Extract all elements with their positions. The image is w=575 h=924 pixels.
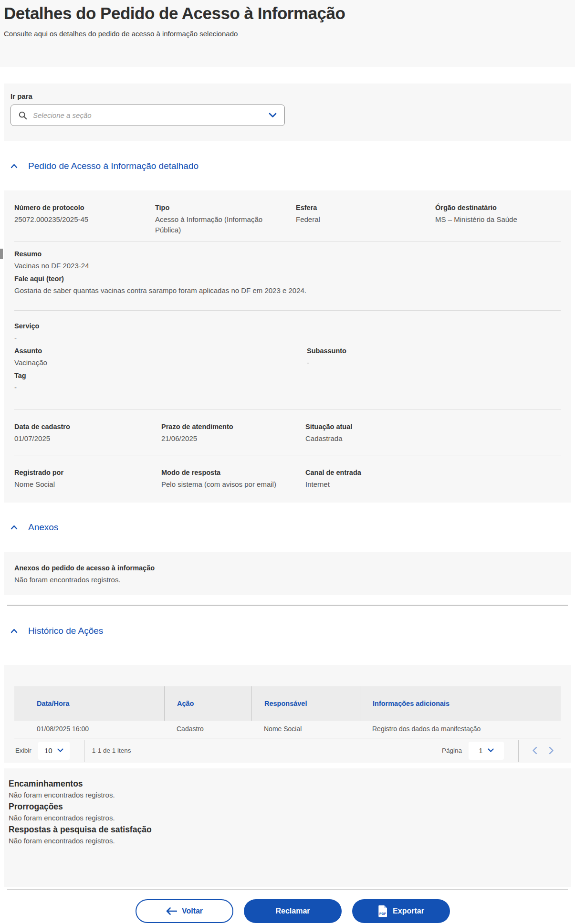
section-title-attachments: Anexos [28,522,58,533]
pdf-icon-label: PDF [379,912,387,915]
section-select-placeholder: Selecione a seção [33,111,269,119]
field-deadline: Prazo de atendimento 21/06/2025 [161,423,305,444]
field-service: Serviço - [14,322,561,343]
field-tag: Tag - [14,372,561,393]
search-icon [19,111,27,120]
cell-datetime: 01/08/2025 16:00 [14,721,164,738]
history-pagination: Exibir 10 1-1 de 1 itens Página 1 [14,738,561,763]
arrow-left-icon [166,907,177,915]
section-title-details: Pedido de Acesso à Informação detalhado [28,161,199,171]
left-edge-scroll-artifact [0,249,3,259]
chevron-left-icon [532,746,537,755]
field-status: Situação atual Cadastrada [305,423,561,444]
section-divider [7,605,568,606]
history-table-row: 01/08/2025 16:00 Cadastro Nome Social Re… [14,721,561,738]
export-button[interactable]: PDF Exportar [352,899,450,923]
complain-button-label: Reclamar [275,907,310,915]
chevron-up-icon [10,629,18,633]
chevron-up-icon [10,525,18,530]
section-title-history: Histórico de Ações [28,626,103,636]
back-button-label: Voltar [182,907,203,915]
page-header: Detalhes do Pedido de Acesso à Informaçã… [0,0,575,67]
field-response-mode: Modo de resposta Pelo sistema (com aviso… [161,469,305,490]
section-select[interactable]: Selecione a seção [10,105,285,126]
satisfaction-survey-title: Respostas à pesquisa de satisfação [9,825,561,835]
pagination-right: Página 1 [442,740,561,762]
details-row-1: Número de protocolo 25072.000235/2025-45… [14,190,561,241]
attachments-empty-message: Não foram encontrados registros. [14,575,561,585]
extras-panel: Encaminhamentos Não foram encontrados re… [4,768,571,887]
field-protocol: Número de protocolo 25072.000235/2025-45 [14,204,155,235]
next-page-button[interactable] [543,745,560,756]
page-subtitle: Consulte aqui os detalhes do pedido de a… [4,30,570,38]
details-row-5: Registrado por Nome Social Modo de respo… [14,455,561,503]
details-subrow-subject: Assunto Vacinação Subassunto - [14,347,561,368]
field-registration-date: Data de cadastro 01/07/2025 [14,423,161,444]
page-number-value: 1 [479,746,482,755]
attachments-label: Anexos do pedido de acesso à informação [14,564,561,572]
page-size-select[interactable]: 10 [38,742,70,760]
cell-action: Cadastro [164,721,251,738]
field-subject: Assunto Vacinação [14,347,307,368]
history-panel: Data/Hora Ação Responsável Informações a… [4,665,571,763]
details-panel: Número de protocolo 25072.000235/2025-45… [4,190,571,503]
field-destination-org: Órgão destinatário MS – Ministério da Sa… [435,204,561,235]
chevron-up-icon [10,164,18,168]
export-button-label: Exportar [393,907,424,915]
forwardings-empty-message: Não foram encontrados registros. [9,791,561,799]
field-content: Fale aqui (teor) Gostaria de saber quant… [14,275,561,296]
section-header-history[interactable]: Histórico de Ações [10,624,571,638]
attachments-panel: Anexos do pedido de acesso à informação … [4,552,571,595]
column-header-action[interactable]: Ação [164,686,251,721]
page-size-label: Exibir [15,747,31,754]
field-summary: Resumo Vacinas no DF 2023-24 [14,250,561,271]
field-sphere: Esfera Federal [296,204,435,235]
goto-panel: Ir para Selecione a seção [4,84,571,141]
satisfaction-survey-empty-message: Não foram encontrados registros. [9,837,561,845]
action-bar: Voltar Reclamar PDF Exportar [9,890,575,924]
chevron-down-icon [269,113,277,118]
field-type: Tipo Acesso à Informação (Informação Púb… [155,204,296,235]
page-label: Página [442,747,462,754]
chevron-right-icon [549,746,554,755]
previous-page-button[interactable] [526,745,543,756]
field-registered-by: Registrado por Nome Social [14,469,161,490]
column-header-responsible[interactable]: Responsável [251,686,360,721]
field-subsubject: Subassunto - [307,347,561,368]
page-number-select[interactable]: 1 [469,742,504,760]
extensions-title: Prorrogações [9,802,561,812]
chevron-down-icon [57,748,63,753]
extensions-empty-message: Não foram encontrados registros. [9,814,561,822]
goto-label: Ir para [10,92,565,100]
items-range-text: 1-1 de 1 itens [92,747,131,754]
page-title: Detalhes do Pedido de Acesso à Informaçã… [4,4,570,23]
details-row-4: Data de cadastro 01/07/2025 Prazo de ate… [14,409,561,455]
cell-responsible: Nome Social [251,721,360,738]
back-button[interactable]: Voltar [136,899,233,923]
pagination-divider [84,740,84,762]
main-content: Ir para Selecione a seção Pedido de Aces… [4,84,571,924]
section-header-attachments[interactable]: Anexos [10,521,571,534]
chevron-down-icon [488,748,494,753]
details-row-2: Resumo Vacinas no DF 2023-24 Fale aqui (… [14,241,561,310]
column-header-additional-info[interactable]: Informações adicionais [360,686,561,721]
section-header-details[interactable]: Pedido de Acesso à Informação detalhado [10,159,571,173]
field-entry-channel: Canal de entrada Internet [305,469,561,490]
pagination-divider [518,740,519,762]
details-row-3: Serviço - Assunto Vacinação Subassunto -… [14,310,561,409]
forwardings-title: Encaminhamentos [9,779,561,789]
complain-button[interactable]: Reclamar [244,899,342,923]
page-size-value: 10 [44,746,52,755]
pdf-file-icon: PDF [378,905,388,917]
history-table-header: Data/Hora Ação Responsável Informações a… [14,686,561,721]
cell-additional-info: Registro dos dados da manifestação [360,721,561,738]
column-header-datetime[interactable]: Data/Hora [14,686,164,721]
